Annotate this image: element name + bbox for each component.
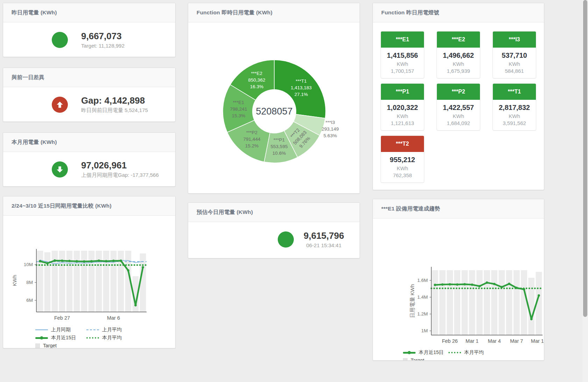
legend-swatch-square: [35, 343, 40, 348]
panel-title: 2/24~3/10 近15日同期用電量比較 (KWh): [12, 202, 112, 210]
panel-header: 本月用電量 (KWh): [3, 133, 175, 152]
panel-title: 本月用電量 (KWh): [12, 139, 57, 146]
stat-text: 97,026,961 上個月同期用電Gap: -17,377,566: [81, 160, 159, 179]
tile-value: 2,817,832: [493, 104, 536, 112]
panel-e1-trend-chart: ***E1 設備用電達成趨勢 1.6M1.4M1.2M1MFeb 26Mar 1…: [373, 199, 544, 361]
tile-value: 537,710: [493, 51, 536, 60]
panel-header: ***E1 設備用電達成趨勢: [373, 199, 544, 218]
stat-body: 9,615,796 06-21 15:34:41: [188, 222, 360, 257]
panel-month-usage: 本月用電量 (KWh) 97,026,961 上個月同期用電Gap: -17,3…: [3, 132, 176, 187]
tile-unit: KWh: [437, 113, 480, 119]
legend-item-15[interactable]: 本月近15日: [35, 335, 86, 341]
tile-status-header: ***E2: [437, 31, 480, 48]
tile-target-value: 762,358: [381, 172, 424, 178]
svg-text:1.6M: 1.6M: [417, 278, 428, 283]
svg-text:Mar 10: Mar 10: [531, 338, 544, 344]
stat-body: 97,026,961 上個月同期用電Gap: -17,377,566: [3, 152, 175, 187]
right-column: Function 昨日用電燈號 ***E11,415,856KWh1,700,1…: [373, 3, 544, 361]
light-tile-p2: ***P21,422,557KWh1,684,092: [437, 83, 480, 131]
svg-text:Mar 6: Mar 6: [107, 315, 120, 321]
status-circle-green: [52, 32, 68, 48]
tile-status-header: ***P2: [437, 83, 480, 100]
scrollbar[interactable]: [582, 0, 588, 382]
panel-realtime-donut: Function 即時日用電量 (KWh) 5208057 ***T11,413…: [188, 3, 360, 194]
svg-text:Mar 4: Mar 4: [488, 338, 501, 344]
stat-text: 9,615,796 06-21 15:34:41: [304, 231, 344, 248]
scrollbar-thumb[interactable]: [583, 0, 587, 317]
left-column: 昨日用電量 (KWh) 9,667,073 Target: 11,128,992…: [3, 3, 176, 348]
stat-subtitle: 昨日與前日用電量 5,524,175: [81, 107, 148, 114]
legend-item-item1[interactable]: 本月平均: [448, 349, 494, 356]
legend-label: 上月平均: [102, 327, 122, 333]
status-circle-green: [278, 231, 294, 248]
panel-header: 與前一日差異: [3, 68, 175, 87]
legend-item-target[interactable]: Target: [35, 343, 86, 348]
stat-text: 9,667,073 Target: 11,128,992: [81, 31, 125, 49]
light-tile-p1: ***P11,020,322KWh1,121,613: [381, 83, 424, 131]
legend-swatch-thick: [35, 337, 48, 339]
tile-target-value: 1,700,157: [381, 68, 424, 74]
dashboard: 昨日用電量 (KWh) 9,667,073 Target: 11,128,992…: [0, 0, 588, 382]
donut-center-total: 5208057: [256, 106, 292, 117]
light-tile-i3: ***I3537,710KWh584,861: [493, 31, 536, 78]
middle-column: Function 即時日用電量 (KWh) 5208057 ***T11,413…: [188, 3, 360, 258]
legend-item-target[interactable]: Target: [403, 357, 448, 361]
tile-value: 1,422,557: [437, 104, 480, 112]
svg-text:Mar 1: Mar 1: [466, 338, 479, 344]
tile-value: 1,020,322: [381, 104, 424, 112]
legend-item-15[interactable]: 本月近15日: [403, 349, 448, 356]
legend-item-item3[interactable]: 本月平均: [86, 335, 137, 341]
legend-item-item0[interactable]: 上月同期: [35, 327, 86, 333]
legend-label: 本月平均: [102, 335, 122, 341]
panel-header: 昨日用電量 (KWh): [3, 3, 175, 22]
tile-target-value: 1,121,613: [381, 120, 424, 126]
panel-header: 預估今日用電量 (KWh): [188, 203, 360, 222]
panel-day-gap: 與前一日差異 Gap: 4,142,898 昨日與前日用電量 5,524,175: [3, 68, 176, 122]
svg-text:日用電量 KWh: 日用電量 KWh: [409, 284, 415, 318]
lights-tile-grid: ***E11,415,856KWh1,700,157***E21,496,662…: [373, 22, 544, 183]
panel-yesterday-lights: Function 昨日用電燈號 ***E11,415,856KWh1,700,1…: [373, 3, 544, 190]
panel-title: 與前一日差異: [12, 74, 44, 81]
stat-subtitle: Target: 11,128,992: [81, 43, 125, 49]
legend-item-item1[interactable]: 上月平均: [86, 327, 137, 333]
tile-unit: KWh: [437, 61, 480, 67]
chart-spacer: [373, 218, 544, 264]
light-tile-e1: ***E11,415,856KWh1,700,157: [381, 31, 424, 78]
tile-value: 1,496,662: [437, 51, 480, 60]
tile-unit: KWh: [493, 61, 536, 67]
tile-value: 1,415,856: [381, 51, 424, 60]
svg-text:8M: 8M: [26, 280, 33, 285]
arrow-up-icon: [52, 97, 68, 113]
svg-text:Feb 26: Feb 26: [442, 338, 458, 344]
svg-text:10M: 10M: [24, 262, 33, 267]
legend-label: Target: [411, 357, 424, 361]
tile-status-header: ***T1: [493, 83, 536, 100]
compare15-legend: 上月同期上月平均本月近15日本月平均Target: [35, 327, 175, 348]
panel-title: Function 即時日用電量 (KWh): [197, 9, 272, 16]
tile-status-header: ***P1: [381, 83, 424, 100]
legend-label: 本月近15日: [419, 349, 444, 356]
svg-text:Feb 27: Feb 27: [54, 315, 70, 321]
tile-unit: KWh: [493, 113, 536, 119]
tile-target-value: 3,591,562: [493, 120, 536, 126]
tile-target-value: 1,684,092: [437, 120, 480, 126]
tile-target-value: 1,675,939: [437, 68, 480, 74]
panel-title: 預估今日用電量 (KWh): [197, 209, 253, 216]
panel-title: ***E1 設備用電達成趨勢: [381, 205, 440, 213]
tile-value: 955,212: [381, 156, 424, 164]
panel-yesterday-usage: 昨日用電量 (KWh) 9,667,073 Target: 11,128,992: [3, 3, 176, 57]
light-tile-t2: ***T2955,212KWh762,358: [381, 136, 424, 183]
legend-label: Target: [43, 343, 57, 348]
light-tile-e2: ***E21,496,662KWh1,675,939: [437, 31, 480, 78]
e1-trend-line-chart: 1.6M1.4M1.2M1MFeb 26Mar 1Mar 4Mar 7Mar 1…: [373, 264, 544, 347]
compare15-line-chart: 10M8M6MFeb 27Mar 6KWh: [3, 245, 170, 325]
stat-body: Gap: 4,142,898 昨日與前日用電量 5,524,175: [3, 87, 175, 122]
legend-label: 本月近15日: [51, 335, 76, 341]
stat-value: Gap: 4,142,898: [81, 96, 148, 106]
svg-text:6M: 6M: [26, 298, 33, 303]
chart-spacer: [3, 216, 175, 245]
legend-swatch-thin: [35, 329, 48, 330]
tile-status-header: ***I3: [493, 31, 536, 48]
stat-value: 9,615,796: [304, 231, 344, 241]
panel-title: 昨日用電量 (KWh): [12, 9, 57, 16]
